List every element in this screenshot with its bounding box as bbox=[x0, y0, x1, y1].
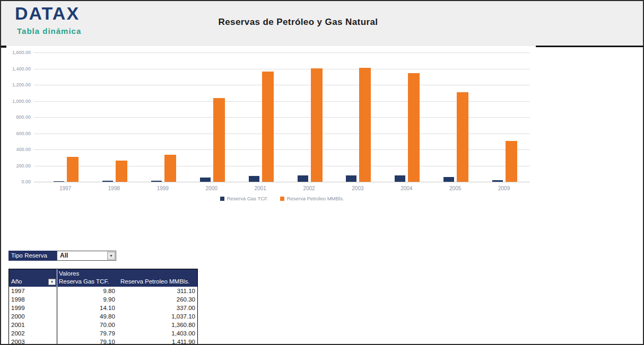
column-group-header: Valores bbox=[59, 270, 79, 277]
legend-label: Reserva Petroleo MMBls. bbox=[287, 196, 344, 201]
dropdown-selected-value: All bbox=[60, 252, 68, 259]
x-axis-tick-label: 2003 bbox=[352, 185, 363, 191]
table-row: 199914.10337.00 bbox=[9, 304, 197, 312]
gas-bar-2004 bbox=[395, 175, 405, 182]
gridline bbox=[34, 101, 530, 102]
tipo-reserva-dropdown[interactable]: All ▼ bbox=[57, 251, 116, 261]
y-axis-tick-label: 1,200.00 bbox=[6, 82, 31, 87]
cell-year: 2001 bbox=[9, 321, 57, 329]
table-row: 200049.801,037.10 bbox=[9, 312, 197, 321]
gas-bar-1999 bbox=[151, 181, 162, 182]
cell-year: 1999 bbox=[9, 304, 57, 312]
pivot-table-header: Valores Año ▼ Reserva Gas TCF. Reserva P… bbox=[9, 269, 197, 287]
y-axis-tick-label: 400.00 bbox=[6, 147, 31, 152]
cell-year: 1997 bbox=[9, 287, 57, 295]
page-title: Reservas de Petróleo y Gas Natural bbox=[97, 17, 500, 28]
gas-bar-2003 bbox=[346, 175, 356, 182]
datax-logo: DATAX bbox=[15, 4, 80, 22]
table-row: 200379.101,411.90 bbox=[9, 338, 197, 345]
y-axis-tick-label: 600.00 bbox=[6, 131, 31, 136]
gridline bbox=[34, 134, 530, 134]
petroleo-bar-2003 bbox=[359, 68, 371, 182]
petroleo-bar-2002 bbox=[311, 68, 323, 182]
x-axis-tick-label: 2004 bbox=[401, 185, 412, 191]
gridline bbox=[34, 85, 530, 85]
cell-gas-value: 14.10 bbox=[57, 304, 118, 312]
gridline bbox=[34, 149, 530, 150]
gridline bbox=[34, 69, 530, 69]
gridline bbox=[34, 117, 530, 118]
gridline bbox=[34, 52, 530, 53]
column-header-gas: Reserva Gas TCF. bbox=[59, 278, 109, 285]
cell-petroleo-value: 1,411.90 bbox=[119, 338, 197, 345]
pivot-table: Valores Año ▼ Reserva Gas TCF. Reserva P… bbox=[8, 269, 198, 345]
petroleo-bar-2005 bbox=[457, 92, 468, 182]
cell-petroleo-value: 311.10 bbox=[119, 287, 197, 295]
gas-bar-2001 bbox=[249, 176, 259, 182]
legend-label: Reserva Gas TCF. bbox=[227, 196, 268, 201]
y-axis-tick-label: 1,000.00 bbox=[6, 99, 31, 104]
cell-gas-value: 9.80 bbox=[57, 287, 118, 295]
cell-petroleo-value: 1,360.80 bbox=[119, 321, 197, 329]
header: DATAX Tabla dinámica Reservas de Petróle… bbox=[1, 1, 643, 46]
cell-year: 2003 bbox=[9, 338, 57, 345]
petroleo-bar-2000 bbox=[213, 98, 225, 182]
cell-petroleo-value: 1,403.00 bbox=[119, 329, 197, 338]
cell-gas-value: 79.10 bbox=[57, 338, 118, 345]
spreadsheet-window: DATAX Tabla dinámica Reservas de Petróle… bbox=[0, 0, 644, 345]
x-axis-tick-label: 1998 bbox=[108, 185, 120, 191]
x-axis-tick-label: 2000 bbox=[206, 185, 217, 191]
x-axis-tick-label: 2002 bbox=[303, 185, 315, 191]
cell-petroleo-value: 260.30 bbox=[119, 295, 197, 304]
petroleo-bar-2001 bbox=[262, 72, 274, 182]
petroleo-bar-1997 bbox=[67, 157, 79, 182]
x-axis-tick-label: 2009 bbox=[498, 185, 510, 191]
gas-bar-2009 bbox=[492, 180, 503, 182]
cell-year: 2002 bbox=[9, 329, 57, 338]
logo-subtitle: Tabla dinámica bbox=[17, 26, 81, 36]
ano-filter-button[interactable]: ▼ bbox=[48, 279, 56, 285]
pivot-table-body: 19979.80311.1019989.90260.30199914.10337… bbox=[9, 287, 197, 345]
chart-legend: Reserva Gas TCF.Reserva Petroleo MMBls. bbox=[34, 196, 530, 201]
legend-swatch-icon bbox=[280, 197, 284, 201]
x-axis-tick-label: 1999 bbox=[157, 185, 169, 191]
cell-petroleo-value: 337.00 bbox=[119, 304, 197, 312]
pivot-chart: 0.00200.00400.00600.00800.001,000.001,20… bbox=[6, 49, 534, 209]
cell-gas-value: 70.00 bbox=[57, 321, 118, 329]
cell-petroleo-value: 1,037.10 bbox=[119, 312, 197, 321]
y-axis-tick-label: 1,600.00 bbox=[6, 50, 31, 55]
legend-swatch-icon bbox=[220, 197, 224, 201]
gas-bar-1997 bbox=[54, 181, 64, 182]
gas-bar-2005 bbox=[443, 177, 454, 182]
corner-mark bbox=[1, 46, 6, 48]
y-axis-tick-label: 800.00 bbox=[6, 114, 31, 120]
petroleo-bar-1998 bbox=[116, 161, 127, 182]
slicer-label: Tipo Reserva bbox=[8, 251, 57, 261]
table-row: 200279.791,403.00 bbox=[9, 329, 197, 338]
header-divider-line bbox=[536, 46, 644, 47]
x-axis-tick-label: 1997 bbox=[59, 185, 71, 191]
petroleo-bar-1999 bbox=[164, 155, 176, 182]
gridline bbox=[34, 166, 530, 166]
gridline bbox=[34, 182, 530, 182]
cell-gas-value: 79.79 bbox=[57, 329, 118, 338]
cell-gas-value: 9.90 bbox=[57, 295, 118, 304]
cell-gas-value: 49.80 bbox=[57, 312, 118, 321]
table-row: 19989.90260.30 bbox=[9, 295, 197, 304]
cell-year: 1998 bbox=[9, 295, 57, 304]
table-row: 19979.80311.10 bbox=[9, 287, 197, 295]
column-header-petroleo: Reserva Petroleo MMBls. bbox=[120, 278, 189, 285]
legend-item: Reserva Gas TCF. bbox=[220, 196, 268, 201]
gas-bar-1998 bbox=[102, 181, 113, 182]
header-column-separator bbox=[57, 269, 57, 287]
y-axis-tick-label: 200.00 bbox=[6, 163, 31, 169]
gas-bar-2002 bbox=[298, 175, 308, 182]
petroleo-bar-2009 bbox=[506, 141, 517, 182]
legend-item: Reserva Petroleo MMBls. bbox=[280, 196, 344, 201]
body-column-separator bbox=[57, 287, 57, 345]
y-axis-tick-label: 1,400.00 bbox=[6, 66, 31, 72]
petroleo-bar-2004 bbox=[408, 73, 420, 182]
column-header-ano: Año bbox=[11, 278, 22, 285]
dropdown-arrow-icon[interactable]: ▼ bbox=[107, 252, 115, 260]
x-axis-tick-label: 2005 bbox=[449, 185, 461, 191]
